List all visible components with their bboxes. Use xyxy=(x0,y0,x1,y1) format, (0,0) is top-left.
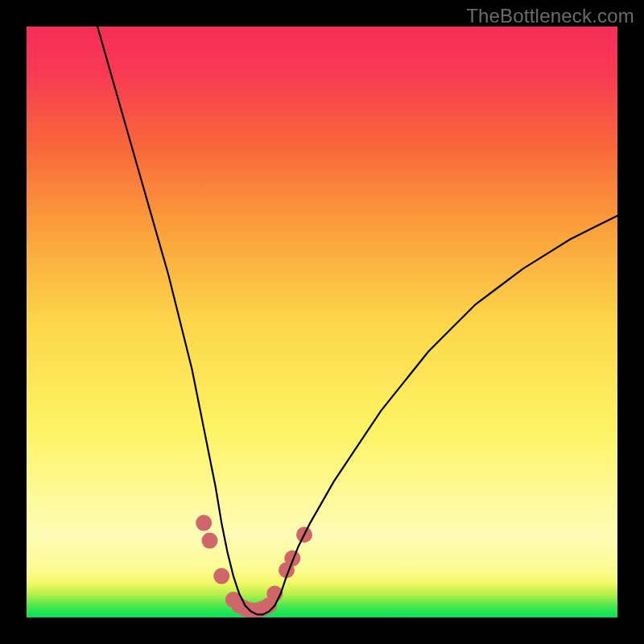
watermark-text: TheBottleneck.com xyxy=(466,5,634,27)
marker-point xyxy=(202,533,218,549)
bottleneck-curve xyxy=(97,27,617,614)
marker-layer xyxy=(196,515,312,617)
chart-svg xyxy=(27,27,617,617)
marker-point xyxy=(196,515,212,531)
plot-area xyxy=(27,27,617,617)
marker-point xyxy=(213,568,229,584)
chart-frame: TheBottleneck.com xyxy=(0,0,644,644)
marker-point xyxy=(284,551,300,567)
